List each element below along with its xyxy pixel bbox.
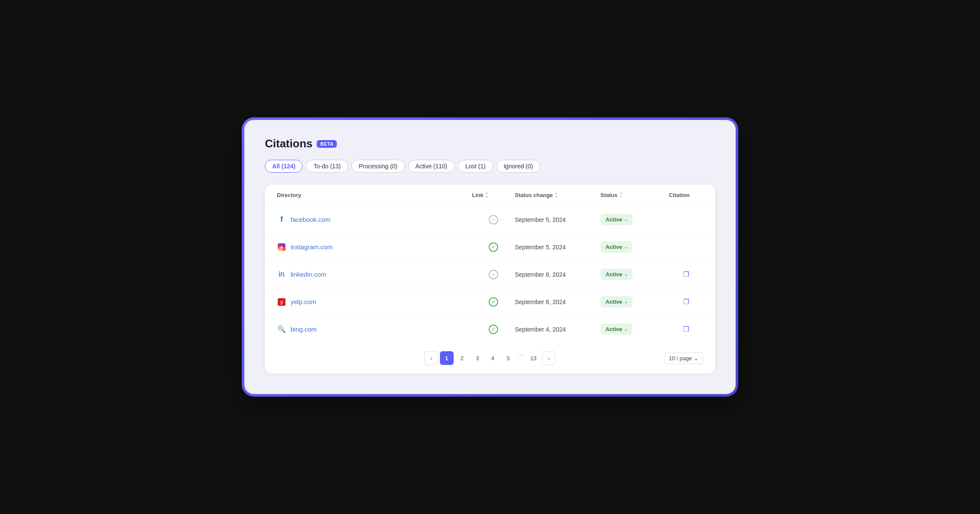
date-cell: September 4, 2024 — [515, 326, 600, 333]
directory-link[interactable]: instagram.com — [291, 243, 333, 251]
status-label: Active — [606, 271, 622, 278]
status-label: Active — [606, 244, 622, 250]
status-label: Active — [606, 326, 622, 332]
date-cell: September 5, 2024 — [515, 244, 600, 251]
page-ellipsis: ··· — [517, 351, 525, 365]
directory-link[interactable]: linkedin.com — [291, 271, 326, 278]
col-link: Link ▲▼ — [472, 191, 515, 199]
external-link-icon[interactable]: ❐ — [683, 298, 689, 306]
table-row: in linkedin.com − September 8, 2024 Acti… — [265, 261, 715, 288]
status-sort[interactable]: ▲▼ — [619, 191, 623, 199]
bing-icon: 🔍 — [277, 325, 286, 334]
status-chevron: ⌄ — [624, 217, 627, 222]
status-cell: Active ⌄ — [600, 269, 669, 280]
filter-tab-active[interactable]: Active (110) — [408, 160, 455, 173]
directory-cell: in linkedin.com — [277, 270, 472, 279]
main-card: Citations BETA All (124)To-do (13)Proces… — [244, 120, 736, 394]
per-page-selector[interactable]: 10 / page ⌄ — [664, 353, 703, 364]
status-chevron: ⌄ — [624, 272, 627, 277]
directory-link[interactable]: bing.com — [291, 326, 317, 333]
filter-tab-todo[interactable]: To-do (13) — [306, 160, 348, 173]
link-cell: − — [472, 270, 515, 279]
table-header: Directory Link ▲▼ Status change ▲▼ Statu… — [265, 185, 715, 206]
link-cell: ✓ — [472, 325, 515, 334]
external-link-icon[interactable]: ❐ — [683, 270, 689, 278]
directory-cell: f facebook.com — [277, 215, 472, 224]
date-cell: September 5, 2024 — [515, 216, 600, 223]
page-button-4[interactable]: 4 — [486, 351, 500, 365]
link-check-icon: ✓ — [489, 297, 498, 307]
col-status-change: Status change ▲▼ — [515, 191, 600, 199]
beta-badge: BETA — [317, 140, 337, 148]
date-cell: September 8, 2024 — [515, 299, 600, 305]
next-page-button[interactable]: › — [542, 351, 555, 365]
link-check-icon: ✓ — [489, 242, 498, 252]
table-row: 🔍 bing.com ✓ September 4, 2024 Active ⌄ … — [265, 316, 715, 343]
page-button-1[interactable]: 1 — [440, 351, 454, 365]
link-minus-icon: − — [489, 215, 498, 224]
external-link-icon[interactable]: ❐ — [683, 325, 689, 333]
page-buttons: 12345···13 — [440, 351, 540, 365]
citation-cell: ❐ — [669, 270, 703, 278]
col-directory: Directory — [277, 191, 472, 199]
status-badge[interactable]: Active ⌄ — [600, 241, 633, 253]
page-button-3[interactable]: 3 — [471, 351, 484, 365]
status-label: Active — [606, 216, 622, 223]
status-cell: Active ⌄ — [600, 296, 669, 308]
directory-cell: 🔍 bing.com — [277, 325, 472, 334]
facebook-icon: f — [277, 215, 286, 224]
linkedin-icon: in — [277, 270, 286, 279]
filter-tab-all[interactable]: All (124) — [265, 160, 303, 173]
status-change-sort[interactable]: ▲▼ — [555, 191, 558, 199]
status-cell: Active ⌄ — [600, 214, 669, 225]
col-status: Status ▲▼ — [600, 191, 669, 199]
link-check-icon: ✓ — [489, 325, 498, 334]
table-row: ● instagram.com ✓ September 5, 2024 Acti… — [265, 233, 715, 261]
citations-table: Directory Link ▲▼ Status change ▲▼ Statu… — [265, 185, 715, 374]
instagram-icon: ● — [277, 242, 286, 252]
status-badge[interactable]: Active ⌄ — [600, 296, 633, 308]
status-chevron: ⌄ — [624, 327, 627, 332]
page-button-2[interactable]: 2 — [455, 351, 469, 365]
page-button-5[interactable]: 5 — [502, 351, 515, 365]
date-cell: September 8, 2024 — [515, 271, 600, 278]
link-cell: ✓ — [472, 297, 515, 307]
filter-tab-ignored[interactable]: Ignored (0) — [496, 160, 540, 173]
directory-link[interactable]: facebook.com — [291, 216, 330, 223]
col-citation: Citation — [669, 191, 703, 199]
status-chevron: ⌄ — [624, 299, 627, 304]
citation-cell: ❐ — [669, 325, 703, 333]
status-cell: Active ⌄ — [600, 241, 669, 253]
citation-cell: ❐ — [669, 298, 703, 306]
page-title: Citations — [265, 137, 312, 150]
directory-cell: ● instagram.com — [277, 242, 472, 252]
status-cell: Active ⌄ — [600, 323, 669, 335]
title-row: Citations BETA — [265, 137, 715, 150]
status-badge[interactable]: Active ⌄ — [600, 323, 633, 335]
outer-wrapper: Citations BETA All (124)To-do (13)Proces… — [242, 117, 738, 397]
filter-tab-processing[interactable]: Processing (0) — [351, 160, 404, 173]
status-chevron: ⌄ — [624, 245, 627, 249]
pagination: ‹ 12345···13 › 10 / page ⌄ — [265, 343, 715, 374]
link-cell: − — [472, 215, 515, 224]
link-sort[interactable]: ▲▼ — [485, 191, 489, 199]
filter-tabs: All (124)To-do (13)Processing (0)Active … — [265, 160, 715, 173]
link-minus-icon: − — [489, 270, 498, 279]
yelp-icon: y — [277, 297, 286, 307]
status-label: Active — [606, 299, 622, 305]
prev-page-button[interactable]: ‹ — [425, 351, 438, 365]
link-cell: ✓ — [472, 242, 515, 252]
table-row: f facebook.com − September 5, 2024 Activ… — [265, 206, 715, 233]
status-badge[interactable]: Active ⌄ — [600, 214, 633, 225]
page-button-13[interactable]: 13 — [526, 351, 540, 365]
directory-link[interactable]: yelp.com — [291, 298, 316, 305]
filter-tab-lost[interactable]: Lost (1) — [458, 160, 493, 173]
status-badge[interactable]: Active ⌄ — [600, 269, 633, 280]
table-row: y yelp.com ✓ September 8, 2024 Active ⌄ … — [265, 288, 715, 316]
directory-cell: y yelp.com — [277, 297, 472, 307]
table-body: f facebook.com − September 5, 2024 Activ… — [265, 206, 715, 343]
